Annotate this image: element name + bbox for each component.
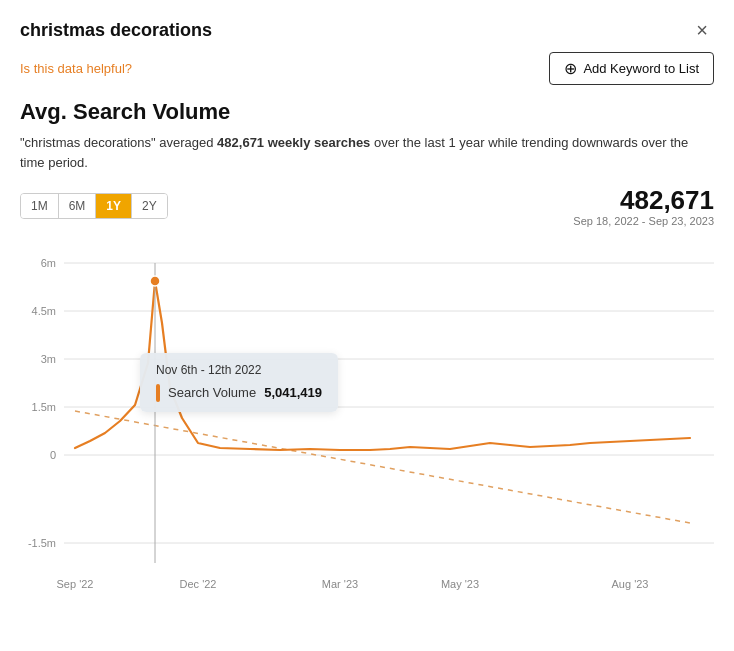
description: "christmas decorations" averaged 482,671… [20, 133, 714, 172]
avg-value-range: Sep 18, 2022 - Sep 23, 2023 [573, 215, 714, 227]
add-keyword-button[interactable]: ⊕ Add Keyword to List [549, 52, 714, 85]
plus-icon: ⊕ [564, 59, 577, 78]
chart-area: 6m 4.5m 3m 1.5m 0 -1.5m Sep '22 Dec '22 … [20, 233, 714, 603]
add-keyword-label: Add Keyword to List [583, 61, 699, 76]
tab-2y[interactable]: 2Y [132, 194, 167, 218]
svg-text:4.5m: 4.5m [32, 305, 56, 317]
modal-container: christmas decorations × Is this data hel… [0, 0, 734, 651]
page-title: christmas decorations [20, 20, 212, 41]
svg-text:6m: 6m [41, 257, 56, 269]
tab-6m[interactable]: 6M [59, 194, 97, 218]
svg-point-19 [150, 276, 160, 286]
time-tabs: 1M 6M 1Y 2Y [20, 193, 168, 219]
svg-text:Mar '23: Mar '23 [322, 578, 358, 590]
avg-value-block: 482,671 Sep 18, 2022 - Sep 23, 2023 [573, 186, 714, 227]
svg-text:0: 0 [50, 449, 56, 461]
svg-text:Dec '22: Dec '22 [180, 578, 217, 590]
svg-text:May '23: May '23 [441, 578, 479, 590]
tab-1y[interactable]: 1Y [96, 194, 132, 218]
sub-header-row: Is this data helpful? ⊕ Add Keyword to L… [20, 52, 714, 85]
close-button[interactable]: × [690, 18, 714, 42]
desc-before: "christmas decorations" averaged [20, 135, 217, 150]
svg-text:Aug '23: Aug '23 [612, 578, 649, 590]
desc-bold: 482,671 weekly searches [217, 135, 370, 150]
section-title: Avg. Search Volume [20, 99, 714, 125]
svg-text:Sep '22: Sep '22 [57, 578, 94, 590]
svg-text:1.5m: 1.5m [32, 401, 56, 413]
tab-1m[interactable]: 1M [21, 194, 59, 218]
helpful-link[interactable]: Is this data helpful? [20, 61, 132, 76]
controls-row: 1M 6M 1Y 2Y 482,671 Sep 18, 2022 - Sep 2… [20, 186, 714, 227]
svg-text:3m: 3m [41, 353, 56, 365]
svg-text:-1.5m: -1.5m [28, 537, 56, 549]
chart-svg: 6m 4.5m 3m 1.5m 0 -1.5m Sep '22 Dec '22 … [20, 233, 714, 603]
svg-line-17 [75, 411, 690, 523]
header-row: christmas decorations × [20, 18, 714, 42]
avg-value-number: 482,671 [573, 186, 714, 215]
